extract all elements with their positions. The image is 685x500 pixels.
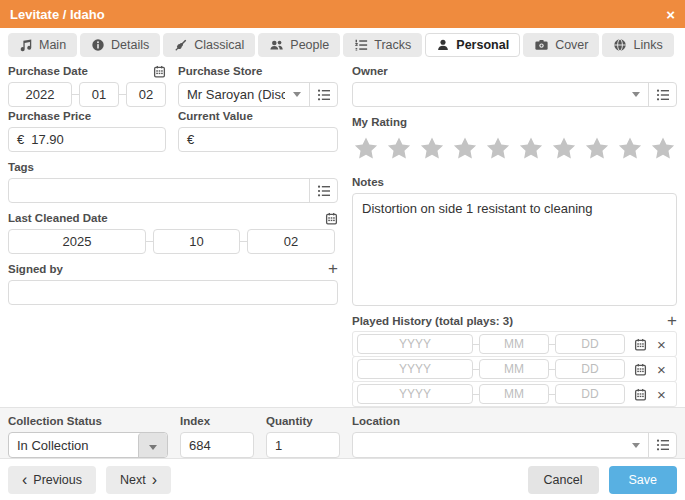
tags-input[interactable] [9,179,309,202]
notes-label: Notes [352,176,384,188]
tab-tracks[interactable]: Tracks [343,33,422,57]
list-icon [317,185,331,197]
currency-symbol: € [17,132,24,147]
list-icon [317,89,331,101]
tab-people[interactable]: People [258,33,340,57]
dialog-title: Levitate / Idaho [10,7,105,22]
right-column: Owner My Rating [352,62,677,407]
star-icon[interactable] [418,135,446,167]
star-icon[interactable] [550,135,578,167]
tab-label: Main [39,38,66,52]
current-value-field: € [178,127,338,152]
last-cleaned-month-input[interactable] [153,229,240,254]
purchase-date-year-input[interactable] [8,82,72,107]
previous-button[interactable]: ‹ Previous [8,466,96,494]
played-month-input[interactable] [479,359,549,379]
purchase-price-label: Purchase Price [8,110,91,122]
remove-played-date-icon[interactable]: × [657,362,666,377]
edit-album-dialog: Levitate / Idaho × Main Details Classica… [0,0,685,500]
star-icon[interactable] [583,135,611,167]
collection-status-select[interactable]: In Collection [8,432,168,458]
date-separator [240,241,247,242]
star-icon[interactable] [352,135,380,167]
remove-played-date-icon[interactable]: × [657,337,666,352]
notes-textarea[interactable]: Distortion on side 1 resistant to cleani… [352,193,677,306]
tags-list-button[interactable] [310,179,337,202]
location-list-button[interactable] [649,433,676,457]
quantity-input[interactable] [266,432,340,458]
tab-bar: Main Details Classical People Tracks Per… [0,28,685,58]
rating-stars [352,135,677,167]
purchase-price-input[interactable] [31,132,157,147]
index-label: Index [180,415,210,427]
info-icon [91,38,105,52]
owner-list-button[interactable] [649,83,676,106]
calendar-icon[interactable] [634,388,647,401]
played-history-label: Played History (total plays: 3) [352,315,513,327]
tab-main[interactable]: Main [8,33,77,57]
tab-personal[interactable]: Personal [425,33,520,57]
location-select[interactable] [352,432,677,458]
star-icon[interactable] [484,135,512,167]
played-year-input[interactable] [357,334,473,354]
current-value-input[interactable] [201,132,329,147]
tags-field [8,178,338,203]
date-separator [146,241,153,242]
left-column: Purchase Date Purcha [8,62,338,407]
my-rating-label: My Rating [352,116,407,128]
purchase-store-select[interactable]: Mr Saroyan (Discogs) [178,82,338,107]
last-cleaned-date-group [8,229,338,254]
owner-label: Owner [352,65,388,77]
purchase-date-day-input[interactable] [126,82,166,107]
owner-select[interactable] [352,82,677,107]
played-month-input[interactable] [479,334,549,354]
tab-label: Links [633,38,662,52]
last-cleaned-day-input[interactable] [247,229,335,254]
tab-details[interactable]: Details [80,33,160,57]
played-month-input[interactable] [479,384,549,404]
last-cleaned-year-input[interactable] [8,229,146,254]
purchase-date-month-input[interactable] [79,82,119,107]
played-history-row: × [352,331,677,357]
tab-cover[interactable]: Cover [523,33,599,57]
add-signed-by-icon[interactable]: + [328,263,338,275]
played-year-input[interactable] [357,384,473,404]
next-button[interactable]: Next › [106,466,171,494]
add-played-date-icon[interactable]: + [667,315,677,327]
played-day-input[interactable] [555,359,625,379]
chevron-down-icon [632,92,640,97]
list-icon [656,439,670,451]
purchase-store-list-button[interactable] [310,83,337,106]
star-icon[interactable] [517,135,545,167]
star-icon[interactable] [451,135,479,167]
calendar-icon[interactable] [634,363,647,376]
tab-links[interactable]: Links [602,33,673,57]
collection-status-label: Collection Status [8,415,102,427]
tab-label: Details [111,38,149,52]
purchase-store-value: Mr Saroyan (Discogs) [179,87,285,102]
signed-by-input[interactable] [8,280,338,305]
star-icon[interactable] [385,135,413,167]
collection-status-dropdown-button[interactable] [138,433,167,458]
played-day-input[interactable] [555,334,625,354]
calendar-icon[interactable] [634,338,647,351]
star-icon[interactable] [616,135,644,167]
date-separator [72,94,79,95]
tab-classical[interactable]: Classical [163,33,255,57]
purchase-price-field: € [8,127,166,152]
collection-strip: Collection Status In Collection Index Qu… [0,407,685,459]
globe-icon [613,38,627,52]
played-day-input[interactable] [555,384,625,404]
played-year-input[interactable] [357,359,473,379]
played-history-row: × [352,356,677,382]
calendar-icon[interactable] [325,212,338,225]
close-icon[interactable]: × [666,7,675,22]
remove-played-date-icon[interactable]: × [657,387,666,402]
cancel-button[interactable]: Cancel [528,466,599,494]
index-input[interactable] [180,432,254,458]
star-icon[interactable] [649,135,677,167]
list-icon [656,89,670,101]
calendar-icon[interactable] [153,65,166,78]
save-button[interactable]: Save [609,466,678,494]
tab-label: Personal [456,38,509,52]
